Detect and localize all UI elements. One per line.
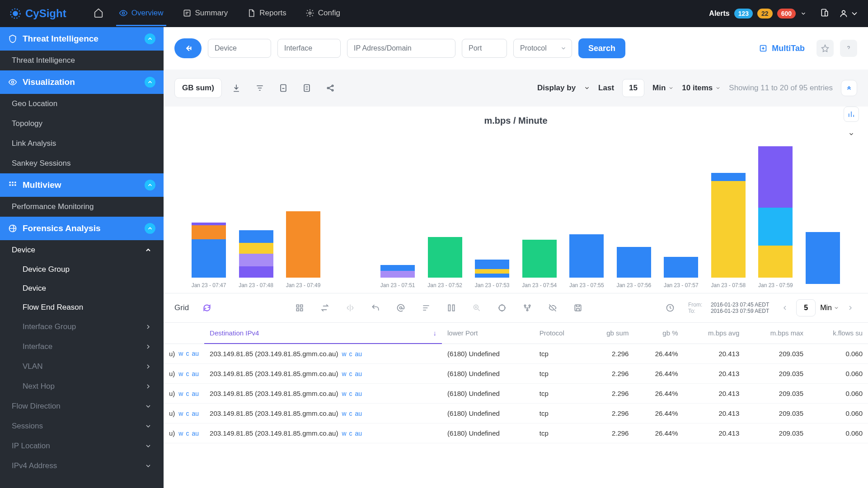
min-label[interactable]: Min (652, 84, 674, 93)
link-c[interactable]: c (186, 430, 189, 437)
clock-icon[interactable] (661, 299, 679, 317)
bar-col[interactable] (328, 144, 373, 288)
pin-icon[interactable] (816, 40, 834, 57)
bar-col[interactable]: Jan 23 - 07:49 (281, 138, 326, 288)
share-icon[interactable] (321, 79, 339, 97)
chevron-down-icon[interactable] (584, 85, 590, 91)
sidebar-section-multiview[interactable]: Multiview (0, 173, 164, 197)
page-prev[interactable] (778, 301, 792, 315)
user-icon[interactable] (839, 9, 859, 18)
columns-icon[interactable] (442, 299, 460, 317)
link-w[interactable]: w (178, 370, 183, 377)
mirror-icon[interactable] (341, 299, 359, 317)
col-protocol[interactable]: Protocol (534, 323, 586, 344)
link-w[interactable]: w (342, 350, 346, 358)
link-au[interactable]: au (192, 390, 199, 397)
sidebar-item-interface[interactable]: Interface (0, 337, 164, 357)
bar-col[interactable]: Jan 23 - 07:54 (517, 138, 562, 288)
protocol-select[interactable] (513, 39, 572, 58)
csv-icon[interactable] (298, 79, 316, 97)
link-c[interactable]: c (349, 350, 352, 358)
sidebar-subitem-device-group[interactable]: Device Group (0, 260, 164, 279)
target-icon[interactable] (493, 299, 511, 317)
chevron-down-icon[interactable] (800, 10, 807, 17)
at-icon[interactable] (392, 299, 410, 317)
table-row[interactable]: u)w c au203.149.81.85 (203.149.81.85.gmm… (164, 344, 868, 364)
sidebar-item-ipv4-address[interactable]: IPv4 Address (0, 456, 164, 476)
network-icon[interactable] (518, 299, 536, 317)
bar-col[interactable]: Jan 23 - 07:52 (422, 138, 468, 288)
col-lower-port[interactable]: lower Port (442, 323, 534, 344)
sidebar-item-geo-location[interactable]: Geo Location (0, 94, 164, 114)
nav-overview[interactable]: Overview (116, 1, 166, 26)
filter-icon[interactable] (251, 79, 269, 97)
chart-type-icon[interactable] (844, 107, 859, 122)
help-icon[interactable] (840, 40, 857, 57)
bar-col[interactable] (800, 144, 845, 288)
link-au[interactable]: au (355, 410, 362, 417)
refresh-icon[interactable] (198, 299, 216, 317)
devices-icon[interactable] (820, 8, 829, 19)
link-c[interactable]: c (186, 370, 189, 377)
list-icon[interactable] (417, 299, 435, 317)
home-icon[interactable] (94, 8, 103, 19)
page-number[interactable]: 5 (796, 299, 816, 316)
device-input[interactable] (208, 39, 271, 58)
link-w[interactable]: w (178, 390, 183, 397)
bar-col[interactable]: Jan 23 - 07:58 (706, 138, 751, 288)
bar-col[interactable]: Jan 23 - 07:51 (375, 138, 420, 288)
link-c[interactable]: c (349, 370, 352, 377)
sidebar-section-visualization[interactable]: Visualization (0, 70, 164, 94)
undo-icon[interactable] (366, 299, 385, 317)
col-m-bps-max[interactable]: m.bps max (745, 323, 809, 344)
search-button[interactable]: Search (578, 38, 625, 58)
hide-icon[interactable] (544, 299, 562, 317)
sidebar-section-forensics-analysis[interactable]: Forensics Analysis (0, 217, 164, 240)
table-row[interactable]: u)w c au203.149.81.85 (203.149.81.85.gmm… (164, 423, 868, 443)
sidebar-item-sankey-sessions[interactable]: Sankey Sessions (0, 153, 164, 173)
sidebar-item-vlan[interactable]: VLAN (0, 357, 164, 376)
sidebar-subitem-device[interactable]: Device (0, 279, 164, 298)
bar-col[interactable]: Jan 23 - 07:56 (611, 138, 657, 288)
page-min-select[interactable]: Min (820, 304, 839, 312)
link-au[interactable]: au (192, 430, 199, 437)
swap-icon[interactable] (316, 299, 334, 317)
alerts-badge-info[interactable]: 123 (734, 9, 753, 19)
sidebar-item-flow-direction[interactable]: Flow Direction (0, 396, 164, 416)
link-w[interactable]: w (342, 390, 346, 397)
last-value[interactable]: 15 (622, 79, 644, 97)
pdf-icon[interactable] (274, 79, 292, 97)
sidebar-item-interface-group[interactable]: Interface Group (0, 317, 164, 337)
sidebar-item-threat-intelligence[interactable]: Threat Intelligence (0, 51, 164, 70)
link-c[interactable]: c (349, 430, 352, 437)
sidebar-group-device[interactable]: Device (0, 240, 164, 260)
bar-col[interactable]: Jan 23 - 07:55 (564, 138, 609, 288)
link-au[interactable]: au (192, 410, 199, 417)
bar-col[interactable]: Jan 23 - 07:48 (234, 138, 279, 288)
link-w[interactable]: w (342, 410, 346, 417)
interface-input[interactable] (277, 39, 341, 58)
display-by-label[interactable]: Display by (537, 84, 576, 93)
back-button[interactable] (174, 38, 202, 58)
col-destination-ipv4[interactable]: Destination IPv4↓ (204, 323, 442, 344)
link-w[interactable]: w (342, 430, 346, 437)
logo[interactable]: CySight (9, 7, 66, 20)
table-row[interactable]: u)w c au203.149.81.85 (203.149.81.85.gmm… (164, 404, 868, 423)
multitab-button[interactable]: MultiTab (758, 43, 805, 53)
link-c[interactable]: c (186, 410, 189, 417)
nav-config[interactable]: Config (303, 1, 343, 26)
link-w[interactable]: w (178, 430, 183, 437)
link-au[interactable]: au (355, 390, 362, 397)
link-c[interactable]: c (186, 350, 189, 357)
col-gb-[interactable]: gb % (634, 323, 683, 344)
link-au[interactable]: au (192, 350, 199, 357)
link-w[interactable]: w (178, 350, 183, 357)
bar-col[interactable]: Jan 23 - 07:59 (753, 138, 798, 288)
link-w[interactable]: w (178, 410, 183, 417)
col-gb-sum[interactable]: gb sum (586, 323, 634, 344)
table-row[interactable]: u)w c au203.149.81.85 (203.149.81.85.gmm… (164, 384, 868, 404)
link-c[interactable]: c (349, 410, 352, 417)
chart-more-icon[interactable] (844, 126, 859, 142)
bar-col[interactable]: Jan 23 - 07:53 (469, 138, 515, 288)
link-c[interactable]: c (349, 390, 352, 397)
